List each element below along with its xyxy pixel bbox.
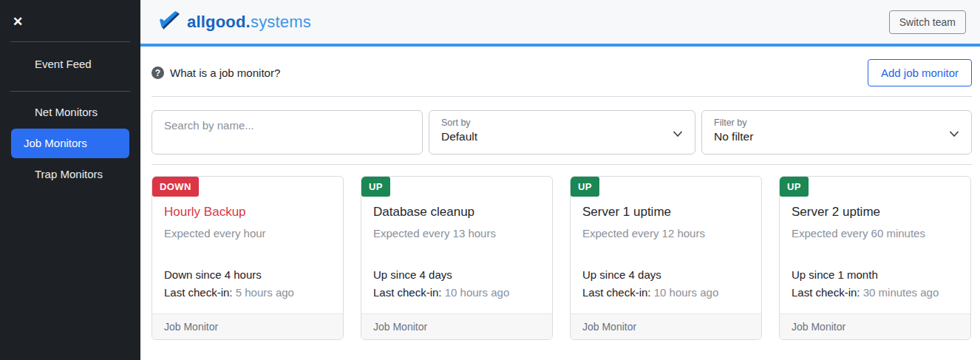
monitor-expected: Expected every 60 minutes <box>792 227 959 240</box>
last-checkin-label: Last check-in: <box>373 286 442 299</box>
last-checkin: Last check-in: 10 hours ago <box>373 284 540 302</box>
since-text: Up since 1 month <box>792 266 959 284</box>
monitor-status: Up since 4 days Last check-in: 10 hours … <box>373 266 540 302</box>
chevron-down-icon <box>949 129 959 139</box>
brand-logo[interactable]: allgood.systems <box>158 10 311 34</box>
card-footer: Job Monitor <box>361 313 552 339</box>
card-footer: Job Monitor <box>571 313 761 339</box>
sort-dropdown[interactable]: Sort by Default <box>429 110 695 154</box>
help-link[interactable]: ? What is a job monitor? <box>152 67 280 79</box>
card-body: Server 1 uptime Expected every 12 hours … <box>571 197 761 313</box>
sidebar-item-event-feed[interactable]: Event Feed <box>11 50 129 79</box>
content: ? What is a job monitor? Add job monitor… <box>140 47 980 340</box>
last-checkin-value: 10 hours ago <box>445 286 510 299</box>
last-checkin-value: 30 minutes ago <box>863 286 939 299</box>
status-badge: UP <box>571 177 599 197</box>
switch-team-button[interactable]: Switch team <box>889 10 966 34</box>
main-area: allgood.systems Switch team ? What is a … <box>140 0 980 360</box>
filter-label: Filter by <box>714 118 942 128</box>
section-divider <box>152 164 972 165</box>
filter-dropdown[interactable]: Filter by No filter <box>701 110 972 154</box>
status-badge: UP <box>780 177 809 197</box>
last-checkin: Last check-in: 30 minutes ago <box>792 284 959 302</box>
sort-label: Sort by <box>441 118 665 128</box>
close-icon[interactable]: ✕ <box>10 15 25 30</box>
monitor-expected: Expected every hour <box>164 227 331 240</box>
monitor-card[interactable]: UP Database cleanup Expected every 13 ho… <box>361 176 553 340</box>
last-checkin-label: Last check-in: <box>582 286 651 299</box>
brand-name-light: systems <box>251 13 311 31</box>
toolbar-row: ? What is a job monitor? Add job monitor <box>152 59 972 86</box>
last-checkin-value: 10 hours ago <box>654 286 719 299</box>
monitor-title: Server 2 uptime <box>792 205 959 220</box>
sort-value: Default <box>441 130 665 143</box>
search-input[interactable] <box>152 110 423 154</box>
help-text: What is a job monitor? <box>170 67 280 79</box>
app-window: ✕ Event Feed Net Monitors Job Monitors T… <box>0 0 980 360</box>
card-footer: Job Monitor <box>152 313 343 339</box>
since-text: Up since 4 days <box>373 266 540 284</box>
sidebar-item-trap-monitors[interactable]: Trap Monitors <box>11 160 129 189</box>
sidebar-item-net-monitors[interactable]: Net Monitors <box>11 98 129 127</box>
monitor-title: Server 1 uptime <box>582 205 749 220</box>
card-footer: Job Monitor <box>780 313 970 339</box>
last-checkin: Last check-in: 5 hours ago <box>164 284 331 302</box>
since-text: Up since 4 days <box>582 266 749 284</box>
filter-value: No filter <box>714 130 942 143</box>
last-checkin-label: Last check-in: <box>164 286 233 299</box>
monitor-title: Database cleanup <box>373 205 540 220</box>
monitor-status: Up since 4 days Last check-in: 10 hours … <box>582 266 749 302</box>
add-job-monitor-button[interactable]: Add job monitor <box>868 59 972 86</box>
brand-name-bold: allgood. <box>187 13 251 31</box>
sidebar: ✕ Event Feed Net Monitors Job Monitors T… <box>0 0 140 360</box>
card-body: Hourly Backup Expected every hour Down s… <box>152 197 343 313</box>
monitor-card[interactable]: UP Server 1 uptime Expected every 12 hou… <box>570 176 762 340</box>
monitor-card-grid: DOWN Hourly Backup Expected every hour D… <box>152 176 972 340</box>
brand-name: allgood.systems <box>187 13 311 32</box>
last-checkin-label: Last check-in: <box>792 286 860 299</box>
top-bar: allgood.systems Switch team <box>140 0 980 47</box>
monitor-card[interactable]: UP Server 2 uptime Expected every 60 min… <box>779 176 971 340</box>
sidebar-item-job-monitors[interactable]: Job Monitors <box>11 129 129 158</box>
monitor-status: Up since 1 month Last check-in: 30 minut… <box>792 266 959 302</box>
section-divider <box>152 96 972 97</box>
card-body: Database cleanup Expected every 13 hours… <box>361 197 552 313</box>
monitor-card[interactable]: DOWN Hourly Backup Expected every hour D… <box>152 176 344 340</box>
monitor-expected: Expected every 13 hours <box>373 227 540 240</box>
last-checkin-value: 5 hours ago <box>236 286 294 299</box>
last-checkin: Last check-in: 10 hours ago <box>582 284 749 302</box>
question-circle-icon: ? <box>152 67 164 79</box>
sidebar-nav: Net Monitors Job Monitors Trap Monitors <box>0 98 140 189</box>
monitor-expected: Expected every 12 hours <box>582 227 749 240</box>
monitor-title: Hourly Backup <box>164 205 331 220</box>
sidebar-divider <box>10 41 130 42</box>
checkmark-icon <box>158 10 180 34</box>
status-badge: DOWN <box>152 177 199 197</box>
since-text: Down since 4 hours <box>164 266 331 284</box>
card-body: Server 2 uptime Expected every 60 minute… <box>780 197 970 313</box>
filter-row: Sort by Default Filter by No filter <box>152 110 972 154</box>
status-badge: UP <box>361 177 390 197</box>
monitor-status: Down since 4 hours Last check-in: 5 hour… <box>164 266 331 302</box>
sidebar-divider <box>10 91 130 92</box>
chevron-down-icon <box>673 129 683 139</box>
